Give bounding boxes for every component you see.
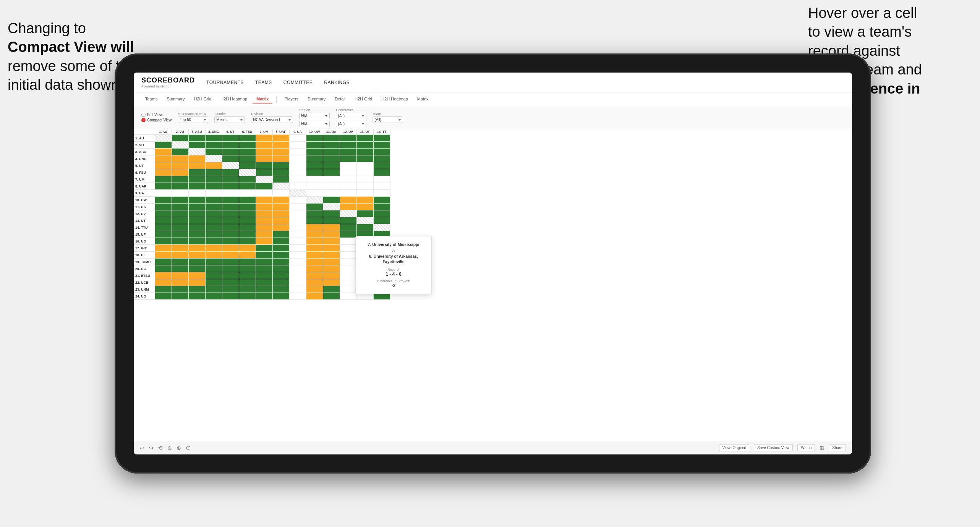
- matrix-cell[interactable]: [306, 217, 323, 224]
- matrix-cell[interactable]: [172, 204, 188, 210]
- matrix-cell[interactable]: [205, 279, 222, 286]
- matrix-cell[interactable]: [306, 162, 323, 169]
- matrix-cell[interactable]: [373, 176, 390, 183]
- matrix-cell[interactable]: [172, 197, 188, 204]
- matrix-cell[interactable]: [340, 155, 356, 162]
- matrix-cell[interactable]: [323, 197, 340, 204]
- matrix-cell[interactable]: [205, 169, 222, 176]
- matrix-cell[interactable]: [272, 265, 289, 272]
- matrix-cell[interactable]: [356, 142, 373, 149]
- matrix-cell[interactable]: [289, 272, 306, 279]
- matrix-cell[interactable]: [272, 149, 289, 155]
- division-select[interactable]: NCAA Division I: [251, 116, 293, 123]
- matrix-cell[interactable]: [289, 231, 306, 238]
- matrix-cell[interactable]: [239, 252, 256, 259]
- matrix-cell[interactable]: [188, 190, 205, 197]
- matrix-cell[interactable]: [289, 259, 306, 265]
- conference-select-1[interactable]: (All): [336, 113, 366, 119]
- tab-summary[interactable]: Summary: [163, 95, 188, 103]
- matrix-cell[interactable]: [222, 169, 239, 176]
- matrix-cell[interactable]: [256, 149, 272, 155]
- matrix-cell[interactable]: [256, 190, 272, 197]
- matrix-cell[interactable]: [188, 149, 205, 155]
- matrix-cell[interactable]: [289, 169, 306, 176]
- matrix-cell[interactable]: [222, 183, 239, 190]
- max-teams-select[interactable]: Top 50: [178, 116, 208, 123]
- matrix-cell[interactable]: [205, 265, 222, 272]
- tab-players-h2h-heatmap[interactable]: H2H Heatmap: [377, 95, 412, 103]
- matrix-cell[interactable]: [306, 142, 323, 149]
- matrix-cell[interactable]: [272, 224, 289, 231]
- matrix-cell[interactable]: [306, 252, 323, 259]
- matrix-cell[interactable]: [172, 190, 188, 197]
- matrix-cell[interactable]: [373, 217, 390, 224]
- matrix-cell[interactable]: [222, 272, 239, 279]
- matrix-cell[interactable]: [323, 204, 340, 210]
- matrix-cell[interactable]: [222, 252, 239, 259]
- matrix-cell[interactable]: [289, 162, 306, 169]
- matrix-cell[interactable]: [306, 155, 323, 162]
- matrix-cell[interactable]: [306, 231, 323, 238]
- matrix-cell[interactable]: [222, 176, 239, 183]
- matrix-cell[interactable]: [373, 142, 390, 149]
- matrix-cell[interactable]: [172, 238, 188, 245]
- matrix-cell[interactable]: [340, 183, 356, 190]
- matrix-cell[interactable]: [188, 224, 205, 231]
- tab-players[interactable]: Players: [280, 95, 302, 103]
- matrix-cell[interactable]: [356, 197, 373, 204]
- matrix-cell[interactable]: [205, 149, 222, 155]
- matrix-cell[interactable]: [239, 183, 256, 190]
- matrix-cell[interactable]: [239, 155, 256, 162]
- matrix-cell[interactable]: [356, 210, 373, 217]
- matrix-cell[interactable]: [222, 245, 239, 252]
- matrix-cell[interactable]: [373, 169, 390, 176]
- nav-tournaments[interactable]: TOURNAMENTS: [206, 80, 244, 85]
- nav-rankings[interactable]: RANKINGS: [324, 80, 350, 85]
- matrix-cell[interactable]: [373, 135, 390, 142]
- matrix-cell[interactable]: [340, 259, 356, 265]
- matrix-cell[interactable]: [256, 155, 272, 162]
- matrix-cell[interactable]: [272, 204, 289, 210]
- matrix-cell[interactable]: [256, 265, 272, 272]
- matrix-cell[interactable]: [256, 142, 272, 149]
- reset-icon[interactable]: ⟲: [158, 445, 163, 451]
- matrix-cell[interactable]: [239, 149, 256, 155]
- view-original-button[interactable]: View: Original: [719, 444, 750, 451]
- matrix-cell[interactable]: [205, 162, 222, 169]
- matrix-cell[interactable]: [289, 217, 306, 224]
- matrix-cell[interactable]: [356, 176, 373, 183]
- matrix-cell[interactable]: [323, 238, 340, 245]
- matrix-cell[interactable]: [340, 204, 356, 210]
- matrix-cell[interactable]: [188, 238, 205, 245]
- matrix-cell[interactable]: [373, 155, 390, 162]
- matrix-cell[interactable]: [306, 245, 323, 252]
- matrix-cell[interactable]: [272, 183, 289, 190]
- matrix-cell[interactable]: [272, 238, 289, 245]
- matrix-cell[interactable]: [172, 252, 188, 259]
- matrix-cell[interactable]: [340, 265, 356, 272]
- matrix-cell[interactable]: [172, 272, 188, 279]
- matrix-cell[interactable]: [188, 176, 205, 183]
- matrix-cell[interactable]: [205, 135, 222, 142]
- matrix-cell[interactable]: [340, 169, 356, 176]
- matrix-cell[interactable]: [155, 245, 172, 252]
- matrix-cell[interactable]: [356, 149, 373, 155]
- tab-players-h2h-grid[interactable]: H2H Grid: [351, 95, 376, 103]
- matrix-cell[interactable]: [373, 190, 390, 197]
- matrix-cell[interactable]: [340, 142, 356, 149]
- matrix-cell[interactable]: [256, 245, 272, 252]
- matrix-cell[interactable]: [256, 252, 272, 259]
- matrix-cell[interactable]: [256, 204, 272, 210]
- matrix-cell[interactable]: [155, 286, 172, 293]
- matrix-cell[interactable]: [239, 279, 256, 286]
- matrix-cell[interactable]: [340, 293, 356, 300]
- matrix-cell[interactable]: [172, 135, 188, 142]
- undo-icon[interactable]: ↩: [140, 445, 144, 451]
- matrix-cell[interactable]: [239, 176, 256, 183]
- matrix-cell[interactable]: [340, 197, 356, 204]
- matrix-cell[interactable]: [222, 149, 239, 155]
- matrix-cell[interactable]: [323, 183, 340, 190]
- matrix-cell[interactable]: [188, 293, 205, 300]
- gender-select[interactable]: Men's: [214, 116, 245, 123]
- matrix-cell[interactable]: [155, 272, 172, 279]
